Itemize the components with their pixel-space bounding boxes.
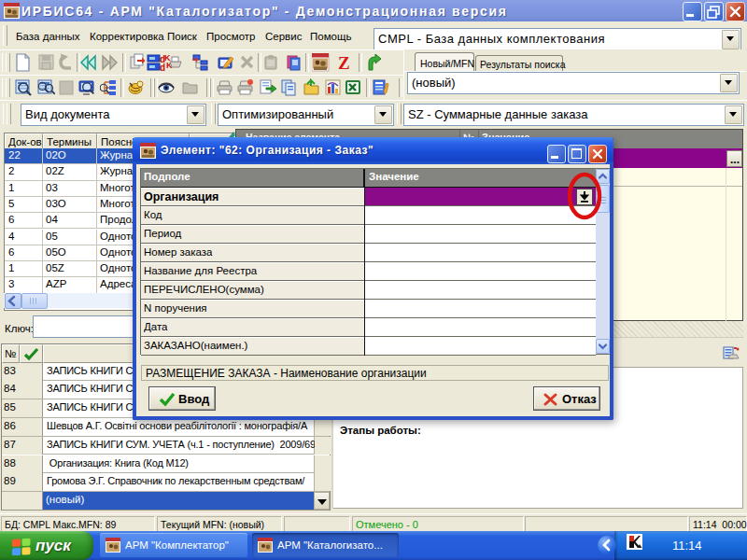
svg-text:Z: Z	[338, 53, 350, 72]
